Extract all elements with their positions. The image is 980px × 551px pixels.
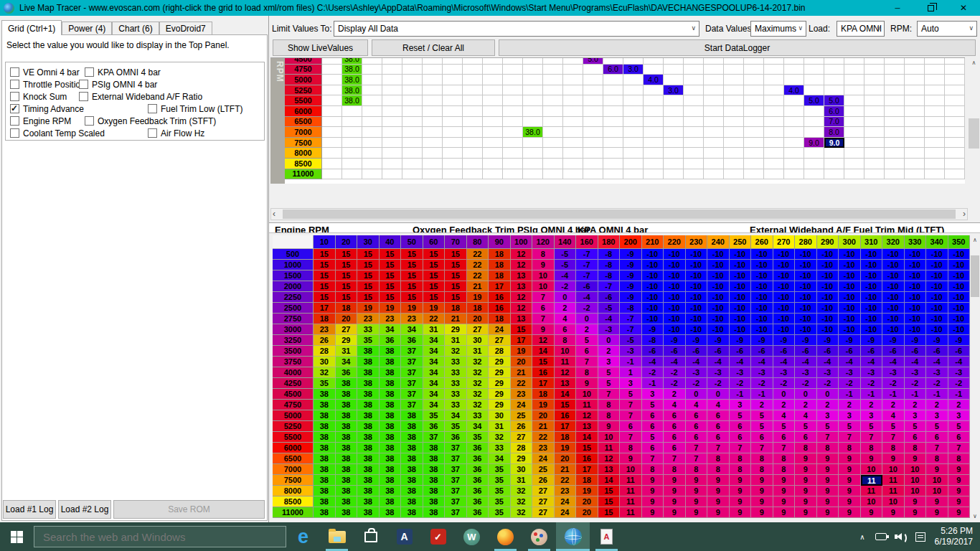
- speaker-icon[interactable]: [897, 533, 905, 540]
- map-cell[interactable]: 29: [445, 324, 467, 335]
- map-grid-vscrollbar[interactable]: [970, 235, 980, 522]
- map-cell[interactable]: -10: [642, 303, 664, 314]
- edge-icon[interactable]: e: [286, 522, 320, 551]
- map-cell[interactable]: -10: [926, 249, 948, 260]
- map-cell[interactable]: -5: [555, 260, 577, 270]
- map-cell[interactable]: 9: [817, 507, 839, 518]
- map-cell[interactable]: 5: [773, 421, 796, 432]
- trace-cell[interactable]: [382, 169, 402, 180]
- map-cell[interactable]: 36: [467, 486, 489, 496]
- map-cell[interactable]: 38: [336, 475, 358, 486]
- trace-cell[interactable]: [784, 106, 804, 117]
- map-cell[interactable]: 9: [664, 496, 686, 507]
- minimize-button[interactable]: [881, 0, 914, 16]
- map-cell[interactable]: 38: [380, 507, 402, 518]
- map-cell[interactable]: -9: [839, 335, 861, 346]
- map-cell[interactable]: 9: [948, 464, 971, 475]
- map-cell[interactable]: -10: [707, 260, 730, 270]
- trace-cell[interactable]: [764, 117, 784, 128]
- trace-cell[interactable]: [523, 159, 543, 169]
- map-cell[interactable]: 34: [423, 400, 446, 410]
- map-cell[interactable]: 20: [336, 314, 358, 324]
- trace-cell[interactable]: [402, 169, 423, 180]
- trace-cell[interactable]: [543, 106, 563, 117]
- trace-cell[interactable]: [864, 106, 885, 117]
- trace-cell[interactable]: [925, 117, 945, 128]
- map-cell[interactable]: 14: [598, 475, 621, 486]
- trace-cell[interactable]: [503, 127, 523, 138]
- trace-cell[interactable]: [563, 148, 583, 159]
- trace-cell[interactable]: [864, 95, 885, 106]
- map-cell[interactable]: -10: [664, 314, 686, 324]
- map-cell[interactable]: -4: [686, 357, 708, 367]
- map-cell[interactable]: 6: [707, 410, 730, 421]
- map-cell[interactable]: 36: [467, 496, 489, 507]
- trace-cell[interactable]: [423, 169, 443, 180]
- map-cell[interactable]: 24: [511, 400, 533, 410]
- map-cell[interactable]: 15: [380, 270, 402, 281]
- map-cell[interactable]: 4: [707, 400, 730, 410]
- map-cell[interactable]: -10: [795, 292, 817, 303]
- trace-cell[interactable]: [423, 117, 443, 128]
- map-cell[interactable]: 10: [598, 432, 621, 443]
- map-cell[interactable]: -6: [642, 346, 664, 357]
- map-cell[interactable]: 5: [576, 335, 598, 346]
- map-cell[interactable]: 30: [314, 357, 336, 367]
- trace-cell[interactable]: [804, 148, 824, 159]
- map-cell[interactable]: -10: [686, 303, 708, 314]
- map-cell[interactable]: -4: [773, 357, 796, 367]
- map-cell[interactable]: 13: [576, 421, 598, 432]
- map-cell[interactable]: 9: [839, 496, 861, 507]
- map-cell[interactable]: 2: [795, 400, 817, 410]
- map-cell[interactable]: 34: [380, 324, 402, 335]
- trace-cell[interactable]: [463, 95, 483, 106]
- map-cell[interactable]: 15: [401, 270, 423, 281]
- map-cell[interactable]: 36: [467, 443, 489, 453]
- map-cell[interactable]: 9: [642, 486, 664, 496]
- checkbox-oxygen-feedback-trim-stft-[interactable]: Oxygen Feedback Trim (STFT): [85, 116, 216, 126]
- map-cell[interactable]: -10: [795, 303, 817, 314]
- trace-cell[interactable]: 5.0: [824, 95, 844, 106]
- map-cell[interactable]: 33: [357, 324, 380, 335]
- map-cell[interactable]: 15: [423, 270, 446, 281]
- map-cell[interactable]: -10: [730, 324, 752, 335]
- trace-cell[interactable]: [644, 106, 664, 117]
- scroll-left-icon[interactable]: [273, 209, 275, 220]
- tab-chart[interactable]: Chart (6): [112, 22, 159, 35]
- map-cell[interactable]: -10: [905, 270, 927, 281]
- map-cell[interactable]: -10: [642, 314, 664, 324]
- map-cell[interactable]: 27: [489, 335, 511, 346]
- map-cell[interactable]: -9: [642, 324, 664, 335]
- trace-cell[interactable]: [724, 95, 744, 106]
- map-cell[interactable]: -10: [795, 324, 817, 335]
- map-cell[interactable]: 37: [445, 507, 467, 518]
- unchecked-checkbox-icon[interactable]: [85, 67, 94, 77]
- map-cell[interactable]: 9: [642, 496, 664, 507]
- map-cell[interactable]: 11: [598, 443, 621, 453]
- trace-cell[interactable]: [423, 127, 443, 138]
- map-cell[interactable]: 7: [620, 410, 642, 421]
- map-cell[interactable]: 6: [905, 432, 927, 443]
- map-cell[interactable]: 16: [555, 410, 577, 421]
- trace-cell[interactable]: [443, 75, 463, 85]
- map-cell[interactable]: -4: [598, 314, 621, 324]
- clock[interactable]: 5:26 PM 6/19/2017: [935, 526, 973, 547]
- trace-cell[interactable]: [443, 127, 463, 138]
- map-cell[interactable]: -10: [707, 314, 730, 324]
- trace-cell[interactable]: 7.0: [824, 117, 844, 128]
- trace-cell[interactable]: [563, 159, 583, 169]
- start-button[interactable]: [0, 522, 33, 551]
- trace-cell[interactable]: [463, 75, 483, 85]
- trace-cell[interactable]: [905, 95, 925, 106]
- map-cell[interactable]: 9: [882, 507, 905, 518]
- trace-cell[interactable]: [463, 169, 483, 180]
- trace-cell[interactable]: [905, 148, 925, 159]
- map-cell[interactable]: 6: [795, 432, 817, 443]
- map-cell[interactable]: -9: [620, 249, 642, 260]
- map-cell[interactable]: 9: [686, 475, 708, 486]
- map-cell[interactable]: 38: [423, 486, 446, 496]
- trace-cell[interactable]: [362, 148, 382, 159]
- trace-cell[interactable]: [382, 138, 402, 149]
- map-cell[interactable]: 36: [467, 475, 489, 486]
- map-cell[interactable]: 16: [489, 292, 511, 303]
